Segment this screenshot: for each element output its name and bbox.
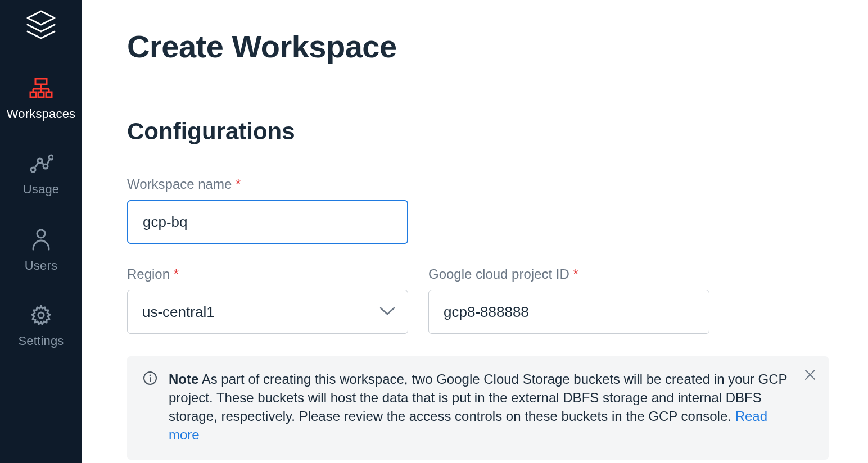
sidebar-item-users[interactable]: Users: [25, 228, 57, 273]
required-asterisk: *: [174, 266, 179, 282]
label-text: Region: [127, 266, 170, 282]
svg-line-15: [47, 159, 50, 165]
sidebar-item-label: Settings: [18, 334, 64, 348]
label-text: Workspace name: [127, 176, 232, 192]
note-label: Note: [169, 371, 198, 387]
svg-rect-7: [38, 92, 44, 97]
svg-point-19: [150, 375, 151, 376]
region-field: Region * us-central1: [127, 266, 408, 334]
divider: [82, 84, 868, 84]
label-text: Google cloud project ID: [428, 266, 569, 282]
workspaces-icon: [29, 78, 53, 101]
info-icon: [143, 371, 157, 388]
gear-icon: [30, 305, 52, 328]
project-id-label: Google cloud project ID *: [428, 266, 709, 282]
svg-rect-8: [46, 92, 52, 97]
users-icon: [31, 228, 51, 253]
sidebar-item-usage[interactable]: Usage: [23, 153, 60, 197]
sidebar-item-label: Users: [25, 258, 57, 273]
sidebar-item-label: Workspaces: [7, 107, 76, 121]
sidebar-item-settings[interactable]: Settings: [18, 305, 64, 348]
app-logo-icon[interactable]: [25, 10, 57, 46]
svg-line-13: [35, 162, 39, 168]
region-label: Region *: [127, 266, 408, 282]
required-asterisk: *: [236, 176, 241, 192]
svg-rect-6: [30, 92, 36, 97]
svg-point-17: [38, 312, 44, 318]
note-body: As part of creating this workspace, two …: [169, 371, 787, 424]
workspace-name-input[interactable]: [127, 200, 408, 244]
workspace-name-label: Workspace name *: [127, 176, 408, 192]
note-text: Note As part of creating this workspace,…: [169, 370, 813, 444]
sidebar: Workspaces Usage Users: [0, 0, 82, 463]
svg-rect-0: [35, 79, 47, 84]
close-icon[interactable]: [804, 369, 816, 383]
usage-icon: [29, 153, 53, 176]
svg-line-14: [42, 162, 44, 165]
sidebar-item-label: Usage: [23, 182, 60, 197]
main-content: Create Workspace Configurations Workspac…: [82, 0, 868, 463]
svg-point-12: [49, 155, 53, 160]
svg-point-16: [37, 230, 45, 238]
workspace-name-field: Workspace name *: [127, 176, 408, 244]
project-id-field: Google cloud project ID *: [428, 266, 709, 334]
region-select[interactable]: us-central1: [127, 290, 408, 334]
project-id-input[interactable]: [428, 290, 709, 334]
sidebar-item-workspaces[interactable]: Workspaces: [7, 78, 76, 121]
note-box: Note As part of creating this workspace,…: [127, 356, 829, 460]
section-title: Configurations: [127, 118, 829, 145]
page-title: Create Workspace: [127, 28, 829, 65]
required-asterisk: *: [573, 266, 578, 282]
